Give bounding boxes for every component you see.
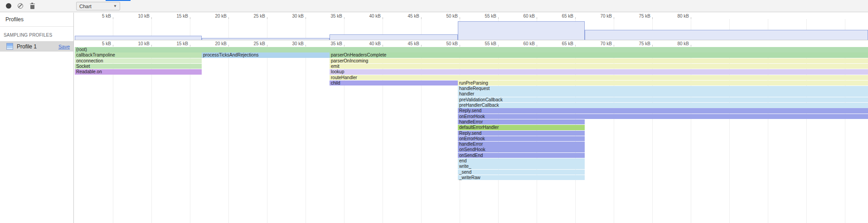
flame-bar[interactable]: processTicksAndRejections: [202, 52, 330, 58]
profile-name: Profile 1: [17, 43, 58, 50]
view-select[interactable]: Chart ▼: [76, 2, 120, 10]
profiler-main: 5 kB10 kB15 kB20 kB25 kB30 kB35 kB40 kB4…: [74, 13, 868, 223]
gridline: [228, 19, 229, 40]
ruler-tick: [691, 45, 691, 47]
record-button[interactable]: [3, 0, 15, 12]
delete-button[interactable]: [26, 0, 38, 12]
active-tab-indicator: [106, 0, 131, 1]
ruler-tick: [190, 45, 190, 47]
ruler-tick-label: 5 kB: [102, 41, 113, 46]
flame-bar[interactable]: onSendHook: [458, 147, 585, 152]
ruler-tick-label: 75 kB: [639, 41, 652, 46]
ruler-tick-label: 80 kB: [677, 14, 691, 19]
profile-item[interactable]: Profile 1 Save: [0, 41, 73, 52]
ruler-tick-label: 30 kB: [292, 14, 305, 19]
flame-bar[interactable]: onErrorHook: [458, 114, 868, 119]
flame-bar[interactable]: Reply.send: [458, 131, 585, 136]
flame-bar[interactable]: Reply.send: [458, 108, 868, 114]
ruler-tick: [305, 45, 306, 47]
flame-bar[interactable]: preHandlerCallback: [458, 103, 868, 108]
flame-bar[interactable]: _send: [458, 170, 585, 175]
ruler-tick: [151, 45, 152, 47]
gridline: [267, 19, 267, 40]
overview-area-segment: [330, 34, 458, 40]
flame-bar[interactable]: routeHandler: [330, 75, 868, 81]
flame-bar[interactable]: parserOnIncoming: [330, 58, 868, 64]
overview-area-segment: [585, 30, 868, 40]
block-icon: [18, 3, 23, 9]
ruler-tick-label: 75 kB: [639, 14, 652, 19]
flame-bar[interactable]: preValidationCallback: [458, 97, 868, 103]
ruler-tick-label: 20 kB: [215, 41, 228, 46]
ruler-tick-label: 65 kB: [562, 41, 575, 46]
flame-bar[interactable]: Socket: [75, 64, 202, 69]
flame-bar[interactable]: (root): [75, 47, 868, 52]
ruler-tick-label: 55 kB: [485, 41, 498, 46]
ruler-tick-label: 40 kB: [369, 41, 383, 46]
flame-bar[interactable]: handler: [458, 91, 868, 97]
clear-button[interactable]: [15, 0, 26, 12]
ruler-tick: [228, 45, 229, 47]
ruler-tick-label: 10 kB: [138, 41, 151, 46]
ruler-tick-label: 80 kB: [677, 41, 691, 46]
profile-chart-icon: [6, 43, 13, 50]
flame-bar[interactable]: child: [330, 81, 458, 86]
gridline: [267, 47, 267, 223]
ruler-tick: [498, 45, 499, 47]
gridline: [305, 19, 306, 40]
toolbar: Chart ▼: [0, 0, 868, 12]
ruler-tick-label: 5 kB: [102, 14, 113, 19]
ruler-tick-label: 25 kB: [253, 14, 267, 19]
gridline: [305, 47, 306, 223]
flame-bar[interactable]: Readable.on: [75, 69, 202, 75]
flame-bar[interactable]: parserOnHeadersComplete: [330, 52, 868, 58]
ruler-tick-label: 70 kB: [600, 14, 614, 19]
flame-bar[interactable]: onSendEnd: [458, 153, 585, 158]
ruler-tick-label: 15 kB: [176, 41, 190, 46]
flame-chart: (root)callbackTrampolineprocessTicksAndR…: [74, 47, 868, 223]
ruler-tick-label: 35 kB: [330, 14, 344, 19]
ruler-tick-label: 70 kB: [600, 41, 614, 46]
flame-bar[interactable]: handleRequest: [458, 86, 868, 91]
save-link[interactable]: Save: [58, 44, 70, 49]
record-icon: [6, 3, 11, 9]
flame-bar[interactable]: lookup: [330, 69, 868, 75]
flame-bar[interactable]: write_: [458, 164, 585, 169]
ruler-tick-label: 50 kB: [446, 41, 460, 46]
ruler-tick-label: 55 kB: [485, 14, 498, 19]
sidebar-title: Profiles: [0, 13, 73, 27]
ruler-tick: [383, 45, 383, 47]
flame-bar[interactable]: onErrorHook: [458, 136, 585, 142]
ruler-tick-label: 50 kB: [446, 14, 460, 19]
overview-chart[interactable]: [74, 19, 868, 40]
sampling-profiles-section-title: SAMPLING PROFILES: [0, 27, 73, 41]
ruler-tick-label: 60 kB: [523, 14, 537, 19]
profiles-sidebar: Profiles SAMPLING PROFILES Profile 1 Sav…: [0, 13, 74, 223]
ruler-tick-label: 65 kB: [562, 14, 575, 19]
ruler-tick-label: 45 kB: [407, 41, 421, 46]
ruler-tick-label: 25 kB: [253, 41, 267, 46]
ruler-tick: [575, 45, 576, 47]
flame-bar[interactable]: runPreParsing: [458, 81, 868, 86]
ruler-tick-label: 30 kB: [292, 41, 305, 46]
flame-bar[interactable]: end: [458, 158, 585, 164]
ruler-tick: [460, 45, 460, 47]
ruler-tick: [344, 45, 344, 47]
ruler-tick: [421, 45, 422, 47]
flame-bar[interactable]: defaultErrorHandler: [458, 125, 585, 130]
ruler-tick: [652, 45, 653, 47]
flame-bar[interactable]: _writeRaw: [458, 175, 585, 180]
ruler-top: 5 kB10 kB15 kB20 kB25 kB30 kB35 kB40 kB4…: [74, 13, 868, 19]
ruler-tick-label: 15 kB: [176, 14, 190, 19]
ruler-bottom: 5 kB10 kB15 kB20 kB25 kB30 kB35 kB40 kB4…: [74, 40, 868, 47]
flame-bar[interactable]: callbackTrampoline: [75, 52, 202, 58]
ruler-tick: [267, 45, 267, 47]
flame-bar[interactable]: emit: [330, 64, 868, 69]
ruler-tick-label: 20 kB: [215, 14, 228, 19]
flame-bar[interactable]: onconnection: [75, 58, 202, 64]
ruler-tick-label: 60 kB: [523, 41, 537, 46]
view-select-value: Chart: [79, 4, 92, 9]
ruler-tick: [614, 45, 614, 47]
flame-bar[interactable]: handleError: [458, 119, 585, 125]
flame-bar[interactable]: handleError: [458, 142, 585, 147]
